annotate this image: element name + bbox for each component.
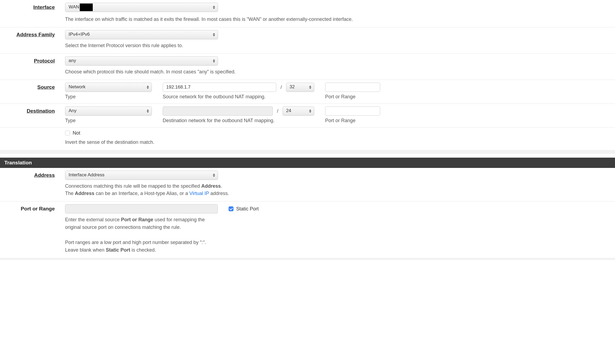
section-translation: Translation [0, 158, 615, 168]
static-port-checkbox[interactable] [229, 206, 233, 211]
label-text-translation-address: Address [34, 172, 55, 178]
protocol-select[interactable]: any [65, 56, 218, 66]
row-address-family: Address Family IPv4+IPv6 Select the Inte… [0, 27, 615, 54]
not-checkbox-wrap[interactable]: Not [65, 130, 615, 136]
row-translation-address: Address Interface Address Connections ma… [0, 168, 615, 202]
slash-separator: / [273, 108, 283, 114]
row-destination: Destination Any / 24 Type Destination ne… [0, 104, 615, 128]
interface-help: The interface on which traffic is matche… [65, 16, 615, 23]
source-port-input[interactable] [325, 83, 380, 92]
destination-network-sublabel: Destination network for the outbound NAT… [163, 118, 314, 123]
label-text-translation-port: Port or Range [21, 206, 55, 212]
source-type-select[interactable]: Network [65, 83, 152, 92]
translation-address-select-value: Interface Address [65, 171, 218, 180]
translation-address-help: Connections matching this rule will be m… [65, 183, 615, 198]
label-interface: Interface [0, 3, 65, 23]
source-type-select-value: Network [65, 83, 152, 92]
source-mask-select[interactable]: 32 [286, 83, 314, 92]
label-translation-address: Address [0, 171, 65, 198]
not-help: Invert the sense of the destination matc… [65, 139, 615, 146]
chevron-updown-icon [146, 85, 149, 89]
destination-type-select[interactable]: Any [65, 106, 152, 116]
chevron-updown-icon [309, 85, 312, 89]
label-text-interface: Interface [33, 4, 55, 10]
source-network-input[interactable] [163, 83, 276, 92]
protocol-help: Choose which protocol this rule should m… [65, 68, 615, 76]
address-family-help: Select the Internet Protocol version thi… [65, 42, 615, 50]
not-checkbox[interactable] [65, 131, 70, 135]
address-family-select[interactable]: IPv4+IPv6 [65, 30, 218, 39]
slash-separator: / [276, 84, 286, 90]
chevron-updown-icon [212, 32, 216, 37]
translation-address-select[interactable]: Interface Address [65, 171, 218, 180]
label-source: Source [0, 83, 65, 100]
row-not: Not Invert the sense of the destination … [0, 128, 615, 150]
destination-mask-select[interactable]: 24 [283, 106, 314, 116]
row-interface: Interface WAN The interface on which tra… [0, 0, 615, 27]
virtual-ip-link[interactable]: Virtual IP [189, 191, 209, 196]
chevron-updown-icon [212, 173, 216, 177]
destination-port-sublabel: Port or Range [325, 118, 380, 123]
source-network-sublabel: Source network for the outbound NAT mapp… [163, 94, 314, 100]
source-type-sublabel: Type [65, 94, 152, 100]
label-protocol: Protocol [0, 56, 65, 76]
label-text-source: Source [37, 84, 55, 90]
static-port-checkbox-wrap[interactable]: Static Port [229, 206, 259, 212]
label-destination: Destination [0, 106, 65, 123]
protocol-select-value: any [65, 57, 218, 65]
chevron-updown-icon [146, 109, 149, 113]
chevron-updown-icon [309, 109, 312, 113]
chevron-updown-icon [212, 59, 216, 63]
destination-type-sublabel: Type [65, 118, 152, 123]
not-checkbox-label: Not [73, 130, 80, 136]
destination-type-select-value: Any [65, 107, 152, 115]
translation-port-help: Enter the external source Port or Range … [65, 216, 217, 254]
row-source: Source Network / 32 Type Source network … [0, 80, 615, 104]
chevron-updown-icon [212, 5, 216, 9]
label-text-destination: Destination [27, 108, 55, 114]
label-text-protocol: Protocol [34, 58, 55, 64]
label-translation-port: Port or Range [0, 204, 65, 254]
source-port-sublabel: Port or Range [325, 94, 380, 100]
redacted-block [80, 4, 93, 11]
label-text-address-family: Address Family [17, 32, 55, 37]
destination-network-input [163, 106, 273, 116]
destination-port-input[interactable] [325, 106, 380, 116]
label-address-family: Address Family [0, 30, 65, 50]
static-port-label: Static Port [236, 206, 259, 212]
address-family-select-value: IPv4+IPv6 [65, 30, 218, 39]
row-translation-port: Port or Range Static Port Enter the exte… [0, 202, 615, 258]
row-protocol: Protocol any Choose which protocol this … [0, 54, 615, 80]
translation-port-input [65, 204, 218, 213]
